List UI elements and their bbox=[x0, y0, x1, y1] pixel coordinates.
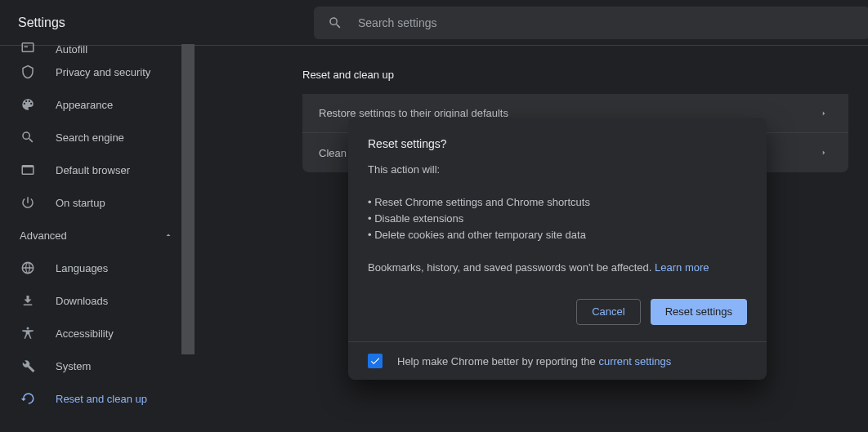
power-icon bbox=[20, 194, 36, 211]
learn-more-link[interactable]: Learn more bbox=[655, 261, 709, 274]
chevron-right-icon bbox=[816, 145, 832, 161]
dialog-bullet: • Delete cookies and other temporary sit… bbox=[368, 227, 747, 243]
sidebar-item-label: Accessibility bbox=[56, 327, 114, 340]
sidebar-section-label: Advanced bbox=[20, 229, 67, 242]
dialog-bullet: • Disable extensions bbox=[368, 211, 747, 227]
chevron-up-icon bbox=[160, 227, 177, 243]
autofill-icon bbox=[20, 39, 36, 56]
dialog-body: Reset settings? This action will: • Rese… bbox=[348, 118, 767, 341]
search-icon bbox=[20, 129, 36, 145]
dialog-footer: Help make Chrome better by reporting the… bbox=[348, 341, 767, 380]
palette-icon bbox=[20, 96, 36, 113]
dialog-bullets: • Reset Chrome settings and Chrome short… bbox=[368, 194, 747, 243]
section-title: Reset and clean up bbox=[302, 69, 848, 81]
cancel-button[interactable]: Cancel bbox=[576, 299, 640, 325]
sidebar-item-label: Reset and clean up bbox=[56, 393, 147, 405]
sidebar-item-label: Downloads bbox=[56, 295, 108, 307]
sidebar-item-languages[interactable]: Languages bbox=[0, 252, 195, 284]
sidebar-item-label: On startup bbox=[56, 197, 105, 209]
dialog-actions: Cancel Reset settings bbox=[368, 299, 747, 325]
dialog-lead: This action will: bbox=[368, 162, 747, 178]
globe-icon bbox=[20, 260, 36, 276]
sidebar-item-accessibility[interactable]: Accessibility bbox=[0, 317, 195, 350]
search-input[interactable] bbox=[356, 16, 857, 30]
sidebar-item-search-engine[interactable]: Search engine bbox=[0, 121, 195, 154]
reset-icon bbox=[20, 390, 36, 407]
sidebar-item-downloads[interactable]: Downloads bbox=[0, 284, 195, 317]
confirm-button[interactable]: Reset settings bbox=[651, 299, 747, 325]
sidebar-item-appearance[interactable]: Appearance bbox=[0, 88, 195, 121]
sidebar-item-reset[interactable]: Reset and clean up bbox=[0, 382, 195, 415]
sidebar-item-label: Privacy and security bbox=[56, 66, 150, 78]
search-box[interactable] bbox=[314, 7, 868, 39]
download-icon bbox=[20, 292, 36, 309]
sidebar: Autofill Privacy and security Appearance… bbox=[0, 36, 195, 432]
sidebar-item-label: Languages bbox=[56, 262, 108, 274]
sidebar-item-autofill[interactable]: Autofill bbox=[0, 36, 195, 56]
chevron-right-icon bbox=[816, 105, 832, 122]
sidebar-scrollbar[interactable] bbox=[181, 36, 195, 432]
wrench-icon bbox=[20, 358, 36, 374]
sidebar-item-label: System bbox=[56, 360, 91, 372]
current-settings-link[interactable]: current settings bbox=[598, 355, 671, 367]
page-title: Settings bbox=[0, 16, 208, 30]
sidebar-item-privacy[interactable]: Privacy and security bbox=[0, 56, 195, 88]
dialog-title: Reset settings? bbox=[368, 136, 747, 152]
search-icon bbox=[327, 15, 343, 31]
sidebar-item-label: Search engine bbox=[56, 131, 124, 144]
dialog-note: Bookmarks, history, and saved passwords … bbox=[368, 260, 747, 276]
browser-icon bbox=[20, 162, 36, 178]
shield-icon bbox=[20, 64, 36, 80]
accessibility-icon bbox=[20, 325, 36, 341]
sidebar-item-default-browser[interactable]: Default browser bbox=[0, 154, 195, 186]
dialog-footer-text: Help make Chrome better by reporting the… bbox=[397, 355, 671, 367]
sidebar-item-system[interactable]: System bbox=[0, 350, 195, 382]
reset-settings-dialog: Reset settings? This action will: • Rese… bbox=[348, 118, 767, 380]
report-checkbox[interactable] bbox=[368, 354, 383, 368]
sidebar-section-advanced[interactable]: Advanced bbox=[0, 219, 195, 252]
dialog-bullet: • Reset Chrome settings and Chrome short… bbox=[368, 194, 747, 211]
sidebar-item-label: Appearance bbox=[56, 99, 113, 111]
sidebar-item-label: Default browser bbox=[56, 164, 130, 176]
search-container bbox=[314, 7, 868, 39]
sidebar-item-label: Autofill bbox=[56, 43, 87, 56]
sidebar-item-startup[interactable]: On startup bbox=[0, 186, 195, 219]
